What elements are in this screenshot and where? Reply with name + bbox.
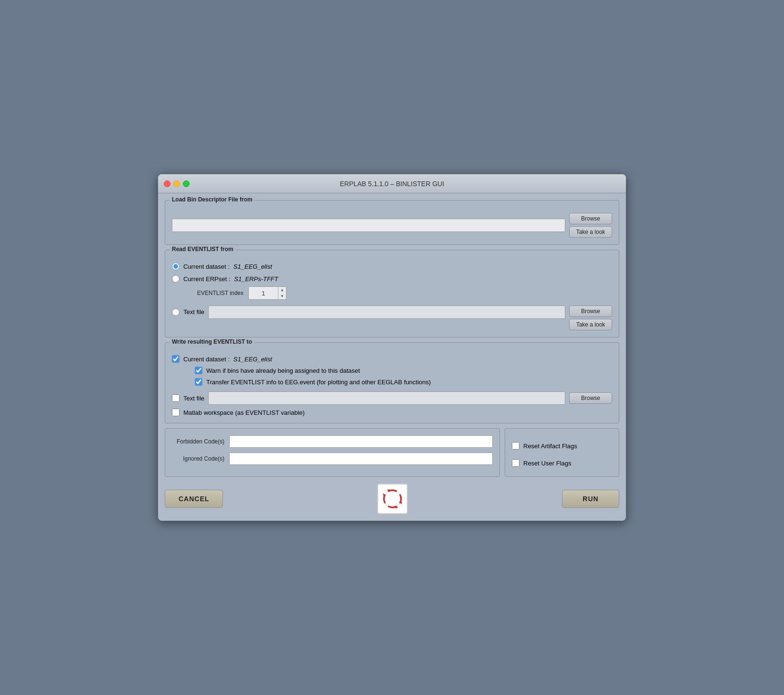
ignored-input[interactable] xyxy=(229,453,493,465)
spinner-down-btn[interactable]: ▼ xyxy=(278,293,286,299)
write-text-file-input[interactable] xyxy=(208,391,565,405)
checkbox-warn-bins[interactable] xyxy=(195,367,202,374)
maximize-button[interactable] xyxy=(183,180,190,187)
titlebar: ERPLAB 5.1.1.0 – BINLISTER GUI xyxy=(158,174,626,193)
reset-user-row: Reset User Flags xyxy=(512,459,612,467)
spinner-value: 1 xyxy=(249,290,278,297)
main-window: ERPLAB 5.1.1.0 – BINLISTER GUI Load Bin … xyxy=(158,174,626,521)
write-text-file-label: Text file xyxy=(183,395,204,402)
forbidden-label: Forbidden Code(s) xyxy=(172,438,224,445)
help-icon-wrap[interactable] xyxy=(377,484,408,514)
radio-current-erpset-label: Current ERPset : xyxy=(183,275,230,283)
matlab-workspace-label: Matlab workspace (as EVENTLIST variable) xyxy=(183,409,305,416)
flags-panel: Reset Artifact Flags Reset User Flags xyxy=(505,428,619,477)
radio-text-file-read[interactable] xyxy=(172,308,180,316)
radio-current-dataset-value: S1_EEG_elist xyxy=(233,263,272,270)
codes-panel: Forbidden Code(s) Ignored Code(s) xyxy=(165,428,500,477)
load-bin-btn-group: Browse Take a look xyxy=(569,213,612,238)
radio-text-file-label: Text file xyxy=(183,308,204,330)
main-content: Load Bin Descriptor File from Browse Tak… xyxy=(158,193,626,521)
forbidden-input[interactable] xyxy=(229,435,493,448)
radio-current-dataset-label: Current dataset : xyxy=(183,263,230,270)
load-bin-section: Load Bin Descriptor File from Browse Tak… xyxy=(165,200,619,245)
load-bin-browse-btn[interactable]: Browse xyxy=(569,213,612,224)
read-eventlist-label: Read EVENTLIST from xyxy=(170,246,235,253)
checkbox-current-dataset-write[interactable] xyxy=(172,355,180,363)
bottom-panels: Forbidden Code(s) Ignored Code(s) Reset … xyxy=(165,428,619,477)
read-text-file-input[interactable] xyxy=(208,305,565,319)
checkbox-transfer-eventlist[interactable] xyxy=(195,378,202,386)
ignored-label: Ignored Code(s) xyxy=(172,455,224,462)
window-title: ERPLAB 5.1.1.0 – BINLISTER GUI xyxy=(340,180,445,188)
forbidden-row: Forbidden Code(s) xyxy=(172,435,493,448)
ignored-row: Ignored Code(s) xyxy=(172,453,493,465)
spinner-arrows: ▲ ▼ xyxy=(278,287,286,299)
write-current-dataset-label: Current dataset : xyxy=(183,356,230,363)
radio-current-dataset[interactable] xyxy=(172,263,180,270)
write-eventlist-label: Write resulting EVENTLIST to xyxy=(170,338,254,345)
close-button[interactable] xyxy=(164,180,170,187)
reset-artifact-row: Reset Artifact Flags xyxy=(512,442,612,450)
help-icon xyxy=(382,488,403,509)
eventlist-index-row: EVENTLIST index 1 ▲ ▼ xyxy=(186,286,612,300)
radio-current-erpset-value: S1_ERPs-TFFT xyxy=(234,275,278,283)
write-current-dataset-value: S1_EEG_elist xyxy=(233,356,272,363)
checkbox-reset-artifact[interactable] xyxy=(512,442,519,450)
svg-point-0 xyxy=(384,490,401,507)
checkbox-text-file-write[interactable] xyxy=(172,394,180,402)
spinner-up-btn[interactable]: ▲ xyxy=(278,287,286,293)
reset-artifact-label: Reset Artifact Flags xyxy=(523,442,577,450)
load-bin-input[interactable] xyxy=(172,219,565,232)
read-eventlist-section: Read EVENTLIST from Current dataset : S1… xyxy=(165,250,619,337)
write-eventlist-section: Write resulting EVENTLIST to Current dat… xyxy=(165,342,619,423)
read-look-btn[interactable]: Take a look xyxy=(569,319,612,330)
load-bin-look-btn[interactable]: Take a look xyxy=(569,226,612,238)
load-bin-label: Load Bin Descriptor File from xyxy=(170,196,254,203)
traffic-lights xyxy=(164,180,190,187)
eventlist-index-label: EVENTLIST index xyxy=(186,290,244,296)
read-browse-btn[interactable]: Browse xyxy=(569,305,612,317)
run-button[interactable]: RUN xyxy=(562,490,619,508)
warn-bins-label: Warn if bins have already being assigned… xyxy=(206,367,360,374)
radio-current-erpset[interactable] xyxy=(172,275,180,283)
checkbox-matlab-workspace[interactable] xyxy=(172,409,180,416)
transfer-eventlist-label: Transfer EVENTLIST info to EEG.event (fo… xyxy=(206,379,431,386)
minimize-button[interactable] xyxy=(173,180,180,187)
cancel-button[interactable]: CANCEL xyxy=(165,490,223,508)
read-btn-group: Browse Take a look xyxy=(569,305,612,330)
write-browse-btn[interactable]: Browse xyxy=(569,392,612,404)
checkbox-reset-user[interactable] xyxy=(512,459,519,467)
eventlist-index-spinner[interactable]: 1 ▲ ▼ xyxy=(248,286,286,300)
action-row: CANCEL xyxy=(165,484,619,514)
reset-user-label: Reset User Flags xyxy=(523,460,571,467)
